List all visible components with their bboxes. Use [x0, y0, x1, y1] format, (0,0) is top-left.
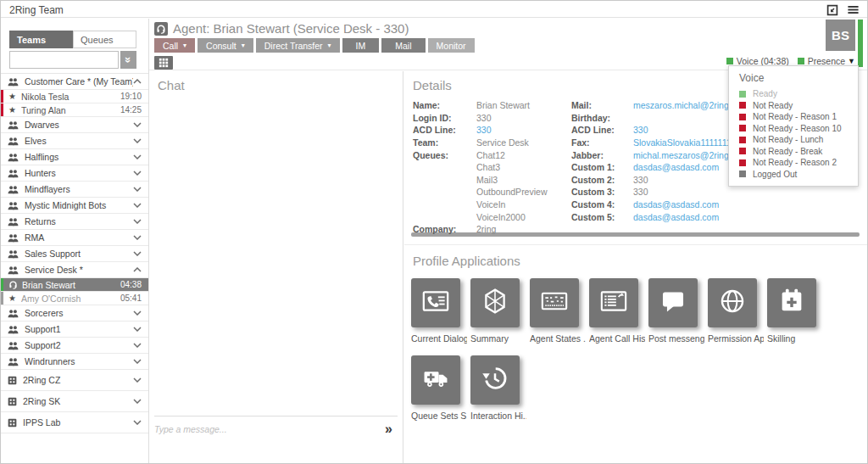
list-item[interactable]: Returns	[1, 214, 148, 230]
top-bar: 2Ring Team	[1, 1, 867, 18]
list-item[interactable]: Windrunners	[1, 354, 148, 370]
list-item-label: Returns	[25, 216, 133, 226]
chevron-down-icon	[133, 171, 142, 176]
chevron-down-icon	[133, 122, 142, 127]
send-message-icon[interactable]: »	[380, 422, 398, 436]
app-tile[interactable]	[708, 278, 757, 327]
app-tile[interactable]	[470, 355, 520, 405]
section-divider	[404, 244, 867, 245]
list-item[interactable]: Support1	[1, 321, 148, 338]
list-item[interactable]: Sorcerers	[1, 305, 148, 321]
state-color-square	[739, 114, 746, 120]
field-value: Chat12	[476, 150, 505, 160]
list-item[interactable]: Service Desk *	[1, 262, 148, 278]
toolbar-button[interactable]: Direct Transfer ▾	[256, 38, 340, 53]
list-item[interactable]: Mindflayers	[1, 182, 148, 198]
list-item-label: Dwarves	[25, 120, 133, 130]
state-color-square	[739, 91, 746, 98]
voice-state-option[interactable]: Not Ready	[729, 100, 858, 112]
sidebar-tab[interactable]: Teams	[9, 31, 73, 48]
member-star-icon: ★	[8, 294, 16, 303]
grid-view-button[interactable]	[154, 56, 173, 70]
app-tile[interactable]	[648, 278, 698, 327]
field-label: Custom 4:	[571, 199, 633, 210]
list-item[interactable]: Support2	[1, 338, 148, 354]
list-item-label: Support1	[25, 324, 133, 334]
list-item[interactable]: ★ Turing Alan 14:25	[1, 103, 148, 117]
2ring-team-app: 2Ring Team Teams Queues	[0, 0, 868, 464]
app-tile[interactable]	[470, 278, 520, 327]
details-row: Team: Service Desk	[413, 137, 571, 149]
search-expand-button[interactable]: »	[120, 51, 136, 69]
app-tile[interactable]	[411, 355, 460, 405]
state-duration: 04:38	[120, 280, 142, 289]
field-value: VoiceIn	[476, 199, 505, 210]
list-item[interactable]: 2Ring CZ	[1, 370, 148, 391]
toolbar-button[interactable]: Call ▾	[154, 38, 195, 53]
chevron-down-icon	[133, 203, 142, 208]
list-item[interactable]: Brian Stewart 04:38	[1, 278, 148, 292]
list-item[interactable]: ★ Nikola Tesla 19:10	[1, 90, 148, 103]
toolbar-button[interactable]: IM	[342, 38, 380, 53]
field-value: Service Desk	[476, 137, 529, 148]
search-input[interactable]	[9, 51, 119, 69]
list-item[interactable]: Dwarves	[1, 117, 148, 133]
toolbar-button[interactable]: Consult ▾	[198, 38, 253, 53]
field-label: Custom 3:	[571, 187, 633, 197]
state-label: Logged Out	[753, 170, 797, 179]
list-item-label: Mindflayers	[25, 184, 133, 194]
app-label: Agent States ...	[530, 333, 586, 344]
status-bar-indicator	[1, 278, 3, 291]
voice-state-option[interactable]: Ready	[729, 88, 858, 100]
member-star-icon: ★	[8, 106, 16, 115]
team-group-icon	[8, 120, 19, 130]
voice-state-option[interactable]: Not Ready - Break	[729, 146, 858, 158]
list-item[interactable]: IPPS Lab	[1, 412, 148, 433]
toolbar-button[interactable]: Mail	[381, 38, 425, 53]
details-row: Mail3	[413, 174, 571, 187]
list-item-label: 2Ring CZ	[23, 375, 133, 385]
toolbar-button[interactable]: Monitor	[428, 38, 475, 53]
state-color-square	[739, 171, 746, 177]
app-tile[interactable]	[530, 278, 579, 327]
status-bar-indicator	[1, 90, 3, 103]
list-item[interactable]: 2Ring SK	[1, 391, 148, 412]
voice-state-option[interactable]: Not Ready - Lunch	[729, 134, 858, 146]
list-item-label: Turing Alan	[21, 105, 120, 115]
list-item-label: Hunters	[25, 168, 133, 178]
field-label: Custom 2:	[571, 175, 633, 185]
voice-state-option[interactable]: Not Ready - Reason 10	[729, 123, 858, 135]
list-item[interactable]: Elves	[1, 133, 148, 149]
app-tile[interactable]	[767, 278, 816, 327]
list-item[interactable]: Customer Care * (My Team)	[1, 74, 148, 90]
app-tile[interactable]	[411, 278, 460, 327]
toolbar-button-label: IM	[356, 41, 366, 51]
field-label: Fax:	[571, 137, 633, 148]
list-item[interactable]: Hunters	[1, 165, 148, 182]
state-color-square	[739, 148, 746, 154]
dropdown-caret-icon: ▾	[242, 42, 245, 49]
voice-state-option[interactable]: Not Ready - Reason 1	[729, 111, 858, 123]
menu-icon[interactable]	[846, 3, 860, 17]
popout-icon[interactable]	[825, 3, 839, 17]
details-row: Custom 3: 330	[571, 186, 867, 198]
avatar[interactable]: BS	[826, 20, 855, 51]
list-item[interactable]: Mystic Midnight Bots	[1, 198, 148, 214]
app-tile[interactable]	[589, 278, 638, 327]
chat-message-input[interactable]	[154, 424, 380, 434]
voice-state-option[interactable]: Not Ready - Reason 2	[729, 157, 858, 169]
details-row: VoiceIn2000	[413, 210, 571, 223]
list-item[interactable]: ★ Amy O'Cornish 05:41	[1, 292, 148, 305]
headset-icon	[8, 280, 18, 289]
field-label: Jabber:	[571, 150, 633, 160]
field-label: Queues:	[413, 150, 476, 160]
voice-state-option[interactable]: Logged Out	[729, 169, 858, 181]
list-item-label: Support2	[25, 340, 133, 350]
list-item[interactable]: Sales Support	[1, 246, 148, 262]
list-item-label: Sorcerers	[25, 308, 133, 318]
list-item[interactable]: Halflings	[1, 149, 148, 165]
sidebar-search: »	[9, 51, 136, 69]
state-label: Not Ready	[753, 101, 793, 110]
list-item[interactable]: RMA	[1, 230, 148, 246]
sidebar-tab[interactable]: Queues	[73, 31, 136, 48]
